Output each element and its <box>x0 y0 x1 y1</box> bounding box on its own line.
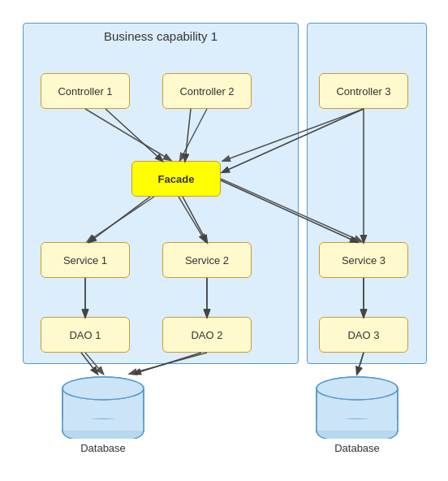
service2-node: Service 2 <box>162 242 252 278</box>
dao1-node: DAO 1 <box>41 317 130 353</box>
database1-label: Database <box>80 442 126 454</box>
database1-cylinder <box>58 374 148 439</box>
database1-container: Database <box>58 374 148 454</box>
database2-container: Database <box>312 374 402 454</box>
business-capability-1-label: Business capability 1 <box>23 29 299 43</box>
controller2-node: Controller 2 <box>162 73 252 109</box>
database2-cylinder <box>312 374 402 439</box>
svg-point-6 <box>62 377 144 400</box>
service3-node: Service 3 <box>319 242 408 278</box>
facade-node: Facade <box>131 161 221 197</box>
svg-point-13 <box>317 377 398 400</box>
service1-node: Service 1 <box>41 242 130 278</box>
svg-rect-10 <box>317 419 398 431</box>
database2-label: Database <box>334 442 380 454</box>
controller3-node: Controller 3 <box>319 73 408 109</box>
dao2-node: DAO 2 <box>162 317 252 353</box>
controller1-node: Controller 1 <box>41 73 130 109</box>
svg-rect-3 <box>62 419 144 431</box>
dao3-node: DAO 3 <box>319 317 408 353</box>
diagram-container: Business capability 1 Controller 1 Contr… <box>0 0 448 481</box>
